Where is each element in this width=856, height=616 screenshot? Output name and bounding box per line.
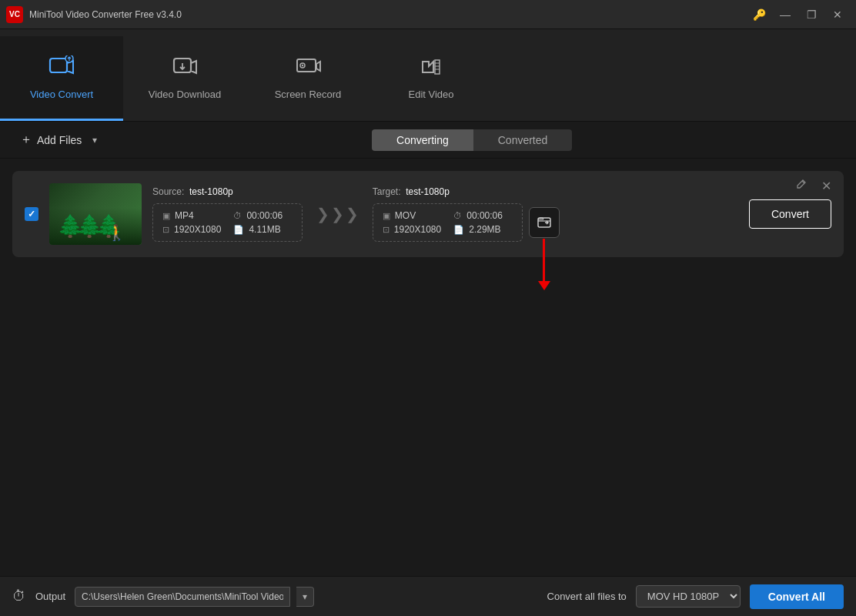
tab-edit-video[interactable]: Edit Video [369, 36, 493, 121]
source-size-row: 📄 4.11MB [233, 224, 292, 235]
remove-file-button[interactable]: ✕ [821, 179, 831, 193]
file-icon: 📄 [233, 225, 244, 235]
source-size: 4.11MB [249, 224, 280, 235]
source-format-row: ▣ MP4 [162, 210, 221, 221]
format-selector[interactable]: MOV HD 1080P [636, 585, 741, 608]
tab-edit-video-label: Edit Video [408, 89, 453, 100]
convert-all-button[interactable]: Convert All [750, 584, 844, 609]
red-arrow-annotation [538, 239, 550, 290]
file-checkbox[interactable] [25, 207, 38, 221]
close-button[interactable]: ✕ [825, 5, 850, 24]
window-controls: 🔑 — ❐ ✕ [747, 5, 850, 24]
target-duration: 00:00:06 [466, 210, 503, 221]
tab-screen-record[interactable]: Screen Record [246, 36, 369, 121]
tab-video-download[interactable]: Video Download [123, 36, 246, 121]
nav-bar: Video Convert Video Download Screen Reco… [0, 29, 856, 122]
tab-video-convert-label: Video Convert [30, 89, 93, 100]
target-format: MOV [395, 210, 416, 221]
source-resolution: 1920X1080 [174, 224, 221, 235]
source-label: Source: test-1080p [152, 186, 303, 197]
target-size-row: 📄 2.29MB [453, 224, 512, 235]
file-thumbnail: 🌲 🌲 🌲 🚶 [49, 183, 142, 245]
toolbar: ＋ Add Files ▾ Converting Converted [0, 122, 856, 159]
target-duration-row: ⏱ 00:00:06 [453, 210, 512, 221]
clock-icon: ⏱ [233, 211, 242, 220]
arrow-head [538, 281, 550, 290]
arrow-2: ❯ [331, 205, 344, 223]
target-resolution: 1920X1080 [394, 224, 441, 235]
source-info-grid: ▣ MP4 ⏱ 00:00:06 ⊡ 1920X1080 📄 4.11MB [152, 203, 303, 242]
close-icon: ✕ [833, 8, 842, 21]
edit-button[interactable] [796, 179, 807, 192]
arrow-3: ❯ [346, 205, 359, 223]
add-files-label: Add Files [37, 134, 82, 146]
file-card: 🌲 🌲 🌲 🚶 Source: test-1080p ▣ MP4 [12, 171, 844, 257]
source-block: Source: test-1080p ▣ MP4 ⏱ 00:00:06 ⊡ 19… [152, 186, 303, 242]
target-filename: test-1080p [406, 186, 450, 197]
main-content: 🌲 🌲 🌲 🚶 Source: test-1080p ▣ MP4 [0, 159, 856, 576]
settings-button[interactable]: 🔑 [747, 5, 771, 24]
converting-tab[interactable]: Converting [372, 129, 473, 151]
maximize-icon: ❐ [807, 8, 817, 21]
target-resolution-row: ⊡ 1920X1080 [383, 224, 441, 235]
screen-record-icon [295, 55, 321, 82]
open-folder-icon [537, 216, 551, 229]
target-res-icon: ⊡ [383, 225, 390, 235]
source-filename: test-1080p [189, 186, 233, 197]
svg-rect-0 [50, 59, 67, 72]
bottom-bar: ⏱ Output ▾ Convert all files to MOV HD 1… [0, 576, 856, 616]
res-icon: ⊡ [162, 225, 169, 235]
target-format-icon: ▣ [383, 211, 390, 221]
person-icon: 🚶 [107, 223, 126, 242]
convert-all-files-label: Convert all files to [547, 591, 627, 602]
edit-video-icon [418, 55, 444, 82]
svg-point-5 [302, 64, 303, 65]
source-duration-row: ⏱ 00:00:06 [233, 210, 292, 221]
add-files-dropdown-button[interactable]: ▾ [89, 130, 100, 150]
remove-icon: ✕ [821, 179, 831, 192]
source-format: MP4 [175, 210, 194, 221]
target-block: Target: test-1080p ▣ MOV ⏱ 00:00:06 [373, 186, 560, 242]
target-file-icon: 📄 [453, 225, 464, 235]
app-title: MiniTool Video Converter Free v3.4.0 [29, 9, 747, 20]
converted-tab[interactable]: Converted [473, 129, 573, 151]
source-duration: 00:00:06 [246, 210, 283, 221]
arrow-group: ❯ ❯ ❯ [312, 205, 363, 223]
sub-tab-group: Converting Converted [372, 129, 572, 151]
target-size: 2.29MB [469, 224, 500, 235]
title-bar: VC MiniTool Video Converter Free v3.4.0 … [0, 0, 856, 29]
target-info-grid: ▣ MOV ⏱ 00:00:06 ⊡ 1920X1080 📄 [373, 203, 523, 242]
arrow-1: ❯ [316, 205, 329, 223]
tab-screen-record-label: Screen Record [275, 89, 342, 100]
open-folder-button[interactable] [529, 207, 560, 238]
minimize-button[interactable]: — [773, 5, 797, 24]
target-format-row: ▣ MOV [383, 210, 441, 221]
file-info: Source: test-1080p ▣ MP4 ⏱ 00:00:06 ⊡ 19… [152, 186, 726, 242]
video-download-icon [172, 55, 198, 82]
output-label: Output [35, 591, 65, 602]
output-path-dropdown-button[interactable]: ▾ [296, 587, 314, 607]
tab-video-convert[interactable]: Video Convert [0, 36, 123, 121]
edit-icon [796, 179, 807, 189]
app-logo: VC [6, 6, 23, 23]
video-convert-icon [48, 55, 75, 82]
source-resolution-row: ⊡ 1920X1080 [162, 224, 221, 235]
convert-button[interactable]: Convert [749, 199, 831, 229]
arrow-shaft [543, 239, 545, 281]
minimize-icon: — [780, 8, 791, 21]
add-files-button[interactable]: ＋ Add Files [12, 127, 89, 152]
format-icon: ▣ [162, 211, 170, 221]
key-icon: 🔑 [753, 8, 766, 21]
add-icon: ＋ [20, 132, 32, 148]
output-history-icon[interactable]: ⏱ [12, 588, 26, 604]
target-label: Target: test-1080p [373, 186, 560, 197]
target-clock-icon: ⏱ [453, 211, 462, 220]
tab-video-download-label: Video Download [149, 89, 221, 100]
maximize-button[interactable]: ❐ [799, 5, 824, 24]
output-path-input[interactable] [75, 587, 290, 607]
